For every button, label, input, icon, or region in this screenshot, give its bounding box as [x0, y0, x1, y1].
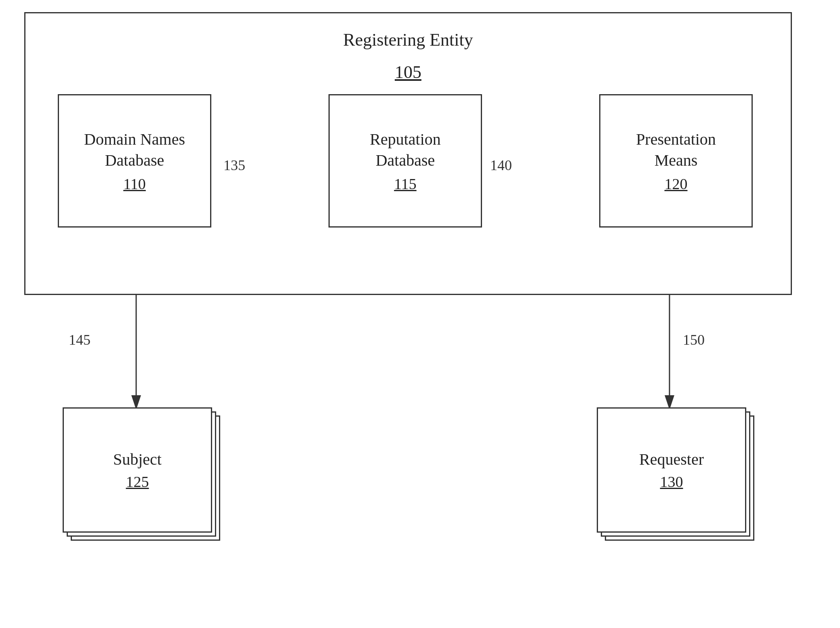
registering-entity-number: 105 [25, 62, 791, 82]
arrow-label-135: 135 [223, 157, 245, 174]
subject-number: 125 [126, 473, 149, 491]
requester-number: 130 [660, 473, 683, 491]
subject-layer-1: Subject 125 [63, 407, 212, 533]
arrow-label-150: 150 [683, 331, 705, 348]
registering-entity-title: Registering Entity [25, 30, 791, 50]
arrow-label-140: 140 [490, 157, 512, 174]
reputation-database-box: ReputationDatabase 115 [328, 94, 482, 228]
domain-names-number: 110 [123, 175, 146, 193]
presentation-title: PresentationMeans [636, 129, 716, 171]
requester-layer-1: Requester 130 [597, 407, 746, 533]
reputation-title: ReputationDatabase [370, 129, 441, 171]
domain-names-title: Domain NamesDatabase [84, 129, 185, 171]
arrow-label-145: 145 [69, 331, 91, 348]
subject-title: Subject [113, 450, 162, 469]
domain-names-database-box: Domain NamesDatabase 110 [58, 94, 211, 228]
presentation-means-box: PresentationMeans 120 [599, 94, 753, 228]
reputation-number: 115 [394, 175, 417, 193]
requester-title: Requester [639, 450, 704, 469]
presentation-number: 120 [665, 175, 688, 193]
registering-entity-box: Registering Entity 105 Domain NamesDatab… [24, 12, 792, 295]
